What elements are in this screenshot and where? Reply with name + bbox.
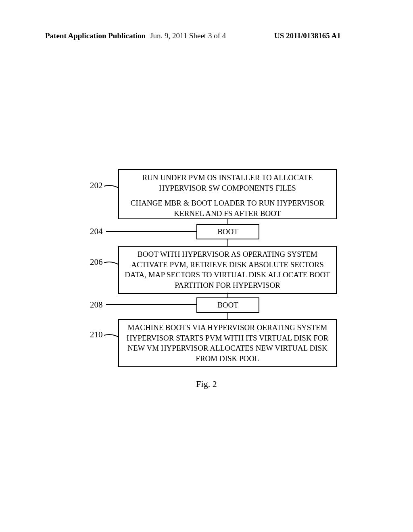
step-210: MACHINE BOOTS VIA HYPERVISOR OERATING SY…: [118, 319, 337, 367]
header-right: US 2011/0138165 A1: [274, 31, 341, 40]
ref-206: 206: [90, 257, 103, 267]
ref-202: 202: [90, 181, 103, 191]
leader-210: [104, 334, 120, 339]
step-202-line1: RUN UNDER PVM OS INSTALLER TO ALLOCATE H…: [122, 172, 333, 193]
leader-208: [106, 304, 196, 305]
leader-204: [106, 231, 196, 232]
connector-3: [227, 293, 228, 297]
connector-4: [227, 312, 228, 319]
ref-204: 204: [90, 227, 103, 237]
ref-210: 210: [90, 330, 103, 340]
step-206: BOOT WITH HYPERVISOR AS OPERATING SYSTEM…: [118, 246, 337, 294]
step-208: BOOT: [196, 297, 259, 313]
leader-202: [104, 185, 120, 190]
step-202: RUN UNDER PVM OS INSTALLER TO ALLOCATE H…: [118, 169, 337, 219]
step-202-line2: CHANGE MBR & BOOT LOADER TO RUN HYPERVIS…: [122, 198, 333, 218]
figure-caption: Fig. 2: [0, 379, 413, 389]
leader-206: [104, 261, 120, 267]
ref-208: 208: [90, 300, 103, 310]
header-center: Jun. 9, 2011 Sheet 3 of 4: [150, 31, 226, 40]
step-204: BOOT: [196, 224, 259, 239]
connector-2: [227, 239, 228, 246]
connector-1: [227, 219, 228, 224]
header-left: Patent Application Publication: [45, 31, 146, 40]
page: Patent Application Publication Jun. 9, 2…: [0, 0, 413, 532]
